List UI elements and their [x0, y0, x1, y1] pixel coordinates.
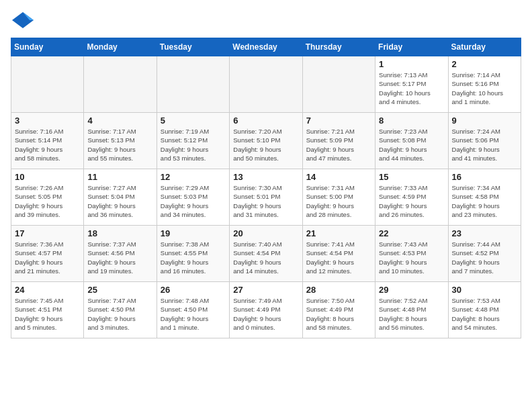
weekday-header-tuesday: Tuesday: [157, 38, 229, 56]
calendar-cell: 30Sunrise: 7:53 AM Sunset: 4:48 PM Dayli…: [448, 282, 521, 338]
day-number: 25: [87, 285, 152, 295]
calendar-cell: [157, 56, 229, 113]
day-info: Sunrise: 7:31 AM Sunset: 5:00 PM Dayligh…: [306, 183, 371, 219]
day-number: 23: [452, 228, 517, 238]
day-number: 28: [306, 285, 371, 295]
calendar-cell: 2Sunrise: 7:14 AM Sunset: 5:16 PM Daylig…: [448, 56, 521, 113]
day-number: 8: [379, 116, 444, 126]
logo-icon: [11, 11, 35, 30]
day-number: 7: [306, 116, 371, 126]
day-number: 30: [452, 285, 517, 295]
day-number: 1: [379, 59, 444, 69]
day-info: Sunrise: 7:43 AM Sunset: 4:53 PM Dayligh…: [379, 240, 444, 275]
calendar-cell: [84, 56, 157, 113]
day-info: Sunrise: 7:47 AM Sunset: 4:50 PM Dayligh…: [87, 296, 152, 332]
calendar-cell: 13Sunrise: 7:30 AM Sunset: 5:01 PM Dayli…: [230, 169, 302, 226]
calendar-table: SundayMondayTuesdayWednesdayThursdayFrid…: [11, 38, 521, 338]
day-number: 5: [161, 116, 226, 126]
calendar-cell: 6Sunrise: 7:20 AM Sunset: 5:10 PM Daylig…: [230, 113, 302, 169]
calendar-cell: 10Sunrise: 7:26 AM Sunset: 5:05 PM Dayli…: [11, 169, 84, 226]
calendar-cell: 17Sunrise: 7:36 AM Sunset: 4:57 PM Dayli…: [11, 226, 84, 282]
calendar-cell: 25Sunrise: 7:47 AM Sunset: 4:50 PM Dayli…: [84, 282, 157, 338]
day-number: 3: [15, 116, 80, 126]
day-number: 18: [87, 228, 152, 238]
logo: [11, 11, 38, 30]
calendar-cell: 29Sunrise: 7:52 AM Sunset: 4:48 PM Dayli…: [375, 282, 448, 338]
weekday-header-thursday: Thursday: [302, 38, 375, 56]
calendar-cell: 14Sunrise: 7:31 AM Sunset: 5:00 PM Dayli…: [302, 169, 375, 226]
day-number: 19: [161, 228, 226, 238]
calendar-cell: 5Sunrise: 7:19 AM Sunset: 5:12 PM Daylig…: [157, 113, 229, 169]
day-number: 22: [379, 228, 444, 238]
day-number: 6: [233, 116, 298, 126]
day-number: 29: [379, 285, 444, 295]
day-info: Sunrise: 7:29 AM Sunset: 5:03 PM Dayligh…: [161, 183, 226, 219]
day-info: Sunrise: 7:49 AM Sunset: 4:49 PM Dayligh…: [233, 296, 298, 332]
calendar-cell: 21Sunrise: 7:41 AM Sunset: 4:54 PM Dayli…: [302, 226, 375, 282]
day-info: Sunrise: 7:13 AM Sunset: 5:17 PM Dayligh…: [379, 71, 444, 106]
day-info: Sunrise: 7:34 AM Sunset: 4:58 PM Dayligh…: [452, 183, 517, 219]
day-info: Sunrise: 7:45 AM Sunset: 4:51 PM Dayligh…: [15, 296, 80, 332]
calendar-cell: 12Sunrise: 7:29 AM Sunset: 5:03 PM Dayli…: [157, 169, 229, 226]
day-info: Sunrise: 7:52 AM Sunset: 4:48 PM Dayligh…: [379, 296, 444, 332]
calendar-cell: 28Sunrise: 7:50 AM Sunset: 4:49 PM Dayli…: [302, 282, 375, 338]
day-info: Sunrise: 7:21 AM Sunset: 5:09 PM Dayligh…: [306, 127, 371, 163]
day-number: 21: [306, 228, 371, 238]
calendar-cell: 4Sunrise: 7:17 AM Sunset: 5:13 PM Daylig…: [84, 113, 157, 169]
calendar-cell: [230, 56, 302, 113]
page-header: [11, 11, 521, 30]
calendar-cell: [11, 56, 84, 113]
day-info: Sunrise: 7:50 AM Sunset: 4:49 PM Dayligh…: [306, 296, 371, 332]
day-number: 16: [452, 172, 517, 182]
day-info: Sunrise: 7:23 AM Sunset: 5:08 PM Dayligh…: [379, 127, 444, 163]
day-info: Sunrise: 7:16 AM Sunset: 5:14 PM Dayligh…: [15, 127, 80, 163]
calendar-cell: 26Sunrise: 7:48 AM Sunset: 4:50 PM Dayli…: [157, 282, 229, 338]
calendar-cell: 11Sunrise: 7:27 AM Sunset: 5:04 PM Dayli…: [84, 169, 157, 226]
day-info: Sunrise: 7:44 AM Sunset: 4:52 PM Dayligh…: [452, 240, 517, 275]
weekday-header-saturday: Saturday: [448, 38, 521, 56]
day-number: 4: [87, 116, 152, 126]
day-number: 27: [233, 285, 298, 295]
calendar-cell: 20Sunrise: 7:40 AM Sunset: 4:54 PM Dayli…: [230, 226, 302, 282]
day-number: 24: [15, 285, 80, 295]
weekday-header-wednesday: Wednesday: [230, 38, 302, 56]
calendar-cell: [302, 56, 375, 113]
calendar-cell: 3Sunrise: 7:16 AM Sunset: 5:14 PM Daylig…: [11, 113, 84, 169]
day-info: Sunrise: 7:33 AM Sunset: 4:59 PM Dayligh…: [379, 183, 444, 219]
day-number: 10: [15, 172, 80, 182]
day-number: 17: [15, 228, 80, 238]
day-info: Sunrise: 7:40 AM Sunset: 4:54 PM Dayligh…: [233, 240, 298, 275]
calendar-cell: 18Sunrise: 7:37 AM Sunset: 4:56 PM Dayli…: [84, 226, 157, 282]
weekday-header-friday: Friday: [375, 38, 448, 56]
day-number: 2: [452, 59, 517, 69]
day-info: Sunrise: 7:41 AM Sunset: 4:54 PM Dayligh…: [306, 240, 371, 275]
calendar-cell: 7Sunrise: 7:21 AM Sunset: 5:09 PM Daylig…: [302, 113, 375, 169]
day-info: Sunrise: 7:53 AM Sunset: 4:48 PM Dayligh…: [452, 296, 517, 332]
day-number: 15: [379, 172, 444, 182]
day-number: 12: [161, 172, 226, 182]
calendar-cell: 23Sunrise: 7:44 AM Sunset: 4:52 PM Dayli…: [448, 226, 521, 282]
calendar-cell: 15Sunrise: 7:33 AM Sunset: 4:59 PM Dayli…: [375, 169, 448, 226]
calendar-cell: 27Sunrise: 7:49 AM Sunset: 4:49 PM Dayli…: [230, 282, 302, 338]
calendar-cell: 16Sunrise: 7:34 AM Sunset: 4:58 PM Dayli…: [448, 169, 521, 226]
calendar-cell: 19Sunrise: 7:38 AM Sunset: 4:55 PM Dayli…: [157, 226, 229, 282]
day-number: 9: [452, 116, 517, 126]
day-info: Sunrise: 7:48 AM Sunset: 4:50 PM Dayligh…: [161, 296, 226, 332]
calendar-cell: 8Sunrise: 7:23 AM Sunset: 5:08 PM Daylig…: [375, 113, 448, 169]
day-info: Sunrise: 7:30 AM Sunset: 5:01 PM Dayligh…: [233, 183, 298, 219]
day-number: 14: [306, 172, 371, 182]
day-info: Sunrise: 7:38 AM Sunset: 4:55 PM Dayligh…: [161, 240, 226, 275]
day-info: Sunrise: 7:19 AM Sunset: 5:12 PM Dayligh…: [161, 127, 226, 163]
day-info: Sunrise: 7:26 AM Sunset: 5:05 PM Dayligh…: [15, 183, 80, 219]
calendar-cell: 22Sunrise: 7:43 AM Sunset: 4:53 PM Dayli…: [375, 226, 448, 282]
calendar-cell: 9Sunrise: 7:24 AM Sunset: 5:06 PM Daylig…: [448, 113, 521, 169]
day-info: Sunrise: 7:27 AM Sunset: 5:04 PM Dayligh…: [87, 183, 152, 219]
day-info: Sunrise: 7:24 AM Sunset: 5:06 PM Dayligh…: [452, 127, 517, 163]
weekday-header-monday: Monday: [84, 38, 157, 56]
day-number: 20: [233, 228, 298, 238]
day-info: Sunrise: 7:37 AM Sunset: 4:56 PM Dayligh…: [87, 240, 152, 275]
day-info: Sunrise: 7:36 AM Sunset: 4:57 PM Dayligh…: [15, 240, 80, 275]
calendar-cell: 1Sunrise: 7:13 AM Sunset: 5:17 PM Daylig…: [375, 56, 448, 113]
calendar-cell: 24Sunrise: 7:45 AM Sunset: 4:51 PM Dayli…: [11, 282, 84, 338]
day-number: 26: [161, 285, 226, 295]
